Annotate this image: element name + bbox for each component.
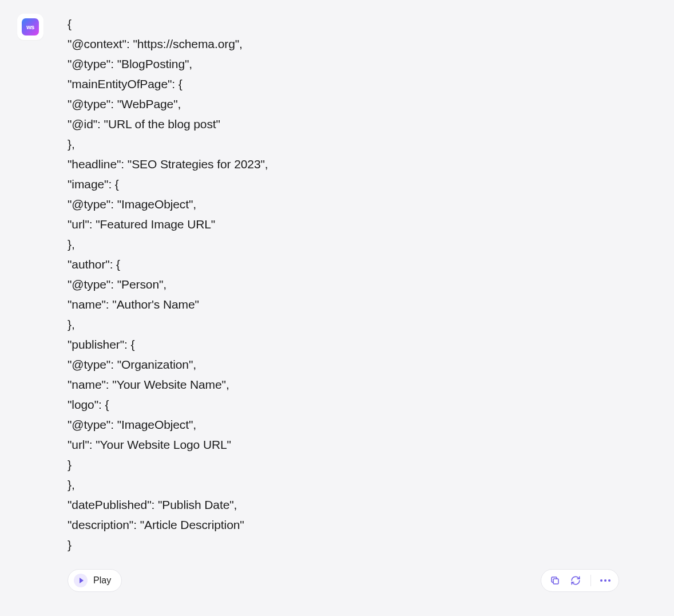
play-button-label: Play bbox=[93, 575, 111, 586]
copy-icon[interactable] bbox=[549, 575, 561, 586]
play-icon bbox=[74, 574, 88, 587]
message-toolbar: Play bbox=[68, 569, 619, 592]
refresh-icon[interactable] bbox=[570, 575, 581, 586]
more-icon[interactable] bbox=[600, 579, 610, 582]
avatar-label: ws bbox=[22, 18, 39, 35]
toolbar-divider bbox=[590, 575, 591, 586]
play-button[interactable]: Play bbox=[68, 569, 122, 592]
svg-rect-0 bbox=[553, 579, 558, 584]
actions-pill bbox=[541, 569, 619, 592]
assistant-avatar: ws bbox=[17, 14, 43, 40]
response-code-block: { "@context": "https://schema.org", "@ty… bbox=[68, 14, 623, 555]
